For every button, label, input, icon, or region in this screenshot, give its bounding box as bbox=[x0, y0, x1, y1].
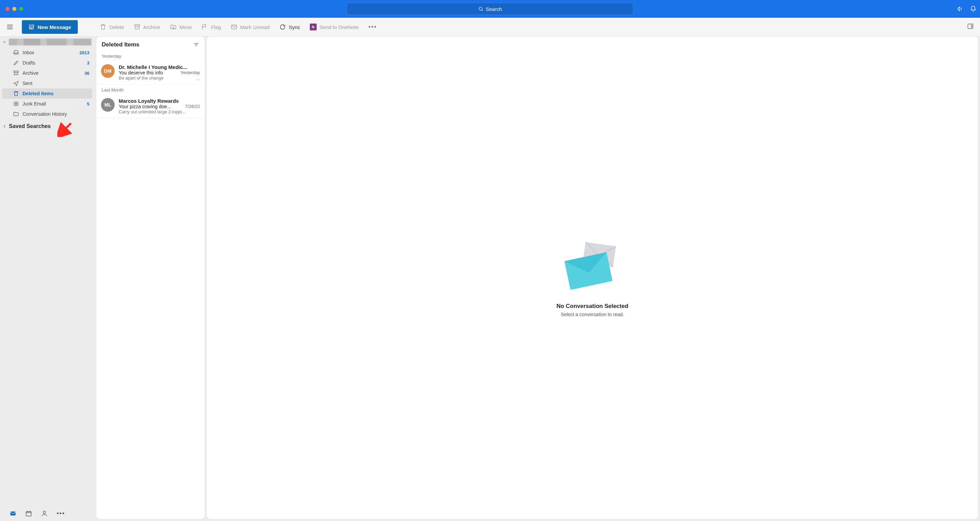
bell-icon[interactable] bbox=[970, 5, 977, 12]
onenote-icon: N bbox=[310, 24, 317, 30]
archive-icon bbox=[134, 24, 141, 30]
sidebar-item-archive[interactable]: Archive 36 bbox=[0, 68, 94, 78]
flag-button[interactable]: Flag bbox=[201, 24, 221, 30]
sidebar-item-junk[interactable]: Junk Email 5 bbox=[0, 99, 94, 109]
panel-toggle-icon[interactable] bbox=[967, 23, 974, 30]
message-preview: Be apart of the change bbox=[119, 75, 193, 81]
message-preview: Carry out unlimited large 2-toppi... bbox=[119, 109, 197, 115]
message-more-icon[interactable]: ... bbox=[196, 75, 200, 81]
message-date: 7/26/22 bbox=[185, 104, 200, 109]
mail-nav-icon[interactable] bbox=[10, 510, 16, 517]
menu-icon[interactable] bbox=[6, 23, 14, 31]
drafts-icon bbox=[13, 60, 19, 66]
move-button[interactable]: Move bbox=[170, 24, 192, 30]
maximize-window-button[interactable] bbox=[19, 7, 23, 11]
folder-icon bbox=[13, 111, 19, 117]
message-item[interactable]: ML Marcos Loyalty Rewards Your pizza cra… bbox=[96, 95, 205, 118]
sent-icon bbox=[13, 80, 19, 86]
sidebar-item-sent[interactable]: Sent bbox=[0, 78, 94, 88]
chevron-down-icon bbox=[2, 40, 7, 45]
mark-unread-label: Mark Unread bbox=[240, 24, 270, 30]
compose-icon bbox=[29, 24, 35, 30]
svg-rect-17 bbox=[26, 511, 32, 516]
trash-icon bbox=[100, 24, 107, 30]
folder-label: Conversation History bbox=[22, 111, 86, 117]
window-controls bbox=[5, 7, 23, 11]
archive-button[interactable]: Archive bbox=[134, 24, 161, 30]
folder-count: 2013 bbox=[80, 50, 89, 55]
people-nav-icon[interactable] bbox=[41, 510, 48, 517]
sync-button[interactable]: Sync bbox=[279, 24, 300, 30]
folder-label: Sent bbox=[22, 81, 86, 86]
search-input[interactable]: Search bbox=[347, 3, 633, 15]
send-onenote-button[interactable]: N Send to OneNote bbox=[310, 24, 359, 30]
sidebar-item-drafts[interactable]: Drafts 3 bbox=[0, 58, 94, 68]
folder-label: Junk Email bbox=[22, 101, 84, 107]
svg-rect-5 bbox=[134, 25, 140, 26]
svg-rect-16 bbox=[11, 511, 16, 516]
inbox-icon bbox=[13, 49, 19, 56]
chevron-right-icon bbox=[2, 124, 7, 129]
folder-count: 3 bbox=[87, 61, 89, 65]
folder-count: 36 bbox=[84, 71, 89, 76]
new-message-button[interactable]: New Message bbox=[22, 20, 78, 34]
avatar: ML bbox=[101, 98, 115, 112]
calendar-nav-icon[interactable] bbox=[25, 510, 32, 517]
archive-folder-icon bbox=[13, 70, 19, 76]
sidebar-item-deleted[interactable]: Deleted Items bbox=[2, 88, 92, 99]
account-name-redacted bbox=[9, 38, 91, 45]
main-content: Inbox 2013 Drafts 3 Archive 36 Sent Dele… bbox=[0, 37, 980, 521]
flag-label: Flag bbox=[211, 24, 221, 30]
flag-icon bbox=[201, 24, 208, 30]
empty-state-title: No Conversation Selected bbox=[557, 303, 628, 310]
mark-unread-button[interactable]: Mark Unread bbox=[231, 24, 270, 30]
close-window-button[interactable] bbox=[5, 7, 10, 11]
avatar: DM bbox=[101, 64, 115, 78]
send-onenote-label: Send to OneNote bbox=[320, 24, 359, 30]
sync-icon bbox=[279, 24, 286, 30]
filter-icon[interactable] bbox=[193, 41, 199, 48]
reading-pane: No Conversation Selected Select a conver… bbox=[207, 37, 978, 519]
folder-count: 5 bbox=[87, 101, 89, 107]
svg-point-21 bbox=[43, 511, 46, 513]
search-icon bbox=[478, 6, 484, 12]
avatar-initials: ML bbox=[104, 102, 111, 108]
empty-state-subtitle: Select a conversation to read. bbox=[561, 312, 624, 317]
message-list-header: Deleted Items bbox=[96, 37, 205, 51]
move-label: Move bbox=[180, 24, 192, 30]
message-sender: Dr. Michelle I Young Medic... bbox=[119, 64, 200, 70]
more-nav-button[interactable]: ••• bbox=[57, 510, 65, 517]
megaphone-icon[interactable] bbox=[957, 5, 964, 12]
delete-button[interactable]: Delete bbox=[100, 24, 124, 30]
message-subject: You deserve this info bbox=[119, 70, 178, 75]
empty-state-illustration bbox=[562, 239, 623, 297]
folder-label: Inbox bbox=[22, 50, 76, 55]
folder-label: Archive bbox=[22, 70, 81, 76]
svg-rect-10 bbox=[14, 71, 18, 72]
message-date: Yesterday bbox=[180, 70, 200, 75]
account-row[interactable] bbox=[0, 37, 94, 48]
search-placeholder: Search bbox=[485, 6, 502, 12]
toolbar: New Message Delete Archive Move Flag Mar… bbox=[0, 18, 980, 37]
titlebar: Search bbox=[0, 0, 980, 18]
archive-label: Archive bbox=[143, 24, 161, 30]
sidebar-item-inbox[interactable]: Inbox 2013 bbox=[0, 48, 94, 58]
sync-label: Sync bbox=[289, 24, 300, 30]
sidebar-bottom-nav: ••• bbox=[0, 506, 94, 521]
message-list: Deleted Items Yesterday DM Dr. Michelle … bbox=[96, 37, 205, 519]
sidebar: Inbox 2013 Drafts 3 Archive 36 Sent Dele… bbox=[0, 37, 94, 521]
new-message-label: New Message bbox=[38, 24, 71, 30]
more-actions-button[interactable]: ••• bbox=[369, 24, 377, 31]
svg-line-1 bbox=[482, 10, 483, 11]
folder-list: Inbox 2013 Drafts 3 Archive 36 Sent Dele… bbox=[0, 48, 94, 119]
message-group-label: Yesterday bbox=[96, 51, 205, 61]
message-group-label: Last Month bbox=[96, 84, 205, 95]
saved-searches-label: Saved Searches bbox=[9, 123, 51, 129]
message-item[interactable]: DM Dr. Michelle I Young Medic... You des… bbox=[96, 61, 205, 84]
svg-line-14 bbox=[16, 104, 17, 105]
saved-searches-row[interactable]: Saved Searches bbox=[0, 119, 94, 131]
minimize-window-button[interactable] bbox=[12, 7, 16, 11]
junk-icon bbox=[13, 101, 19, 107]
sidebar-item-conversation-history[interactable]: Conversation History bbox=[0, 109, 94, 119]
mail-icon bbox=[231, 24, 237, 30]
